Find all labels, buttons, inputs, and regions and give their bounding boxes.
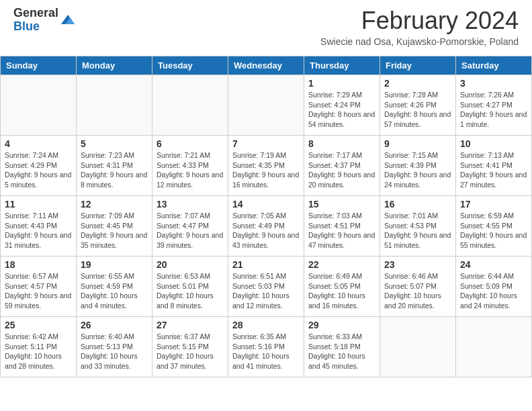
day-number: 26: [81, 320, 148, 330]
day-info: Sunrise: 6:35 AM Sunset: 5:16 PM Dayligh…: [232, 332, 300, 371]
day-number: 21: [232, 259, 300, 270]
day-number: 9: [384, 138, 451, 149]
day-info: Sunrise: 6:37 AM Sunset: 5:15 PM Dayligh…: [157, 332, 224, 371]
day-number: 18: [5, 259, 72, 270]
col-header-friday: Friday: [380, 56, 456, 75]
day-info: Sunrise: 7:15 AM Sunset: 4:39 PM Dayligh…: [384, 150, 451, 190]
day-number: 7: [232, 138, 300, 149]
empty-cell: [456, 317, 532, 377]
day-info: Sunrise: 7:28 AM Sunset: 4:26 PM Dayligh…: [384, 90, 451, 130]
empty-cell: [380, 317, 456, 377]
day-number: 28: [232, 320, 300, 330]
day-info: Sunrise: 7:17 AM Sunset: 4:37 PM Dayligh…: [308, 150, 375, 190]
day-info: Sunrise: 7:21 AM Sunset: 4:33 PM Dayligh…: [157, 150, 224, 190]
day-info: Sunrise: 7:23 AM Sunset: 4:31 PM Dayligh…: [81, 150, 148, 190]
day-info: Sunrise: 6:53 AM Sunset: 5:01 PM Dayligh…: [157, 271, 224, 311]
day-number: 16: [384, 199, 451, 210]
main-title: February 2024: [320, 7, 519, 35]
day-number: 24: [460, 259, 527, 270]
day-info: Sunrise: 7:01 AM Sunset: 4:53 PM Dayligh…: [384, 211, 451, 250]
day-info: Sunrise: 6:40 AM Sunset: 5:13 PM Dayligh…: [81, 332, 148, 371]
day-info: Sunrise: 7:29 AM Sunset: 4:24 PM Dayligh…: [308, 90, 375, 130]
day-cell-5: 5Sunrise: 7:23 AM Sunset: 4:31 PM Daylig…: [77, 136, 152, 196]
day-cell-4: 4Sunrise: 7:24 AM Sunset: 4:29 PM Daylig…: [1, 136, 77, 196]
day-cell-23: 23Sunrise: 6:46 AM Sunset: 5:07 PM Dayli…: [380, 257, 456, 317]
day-cell-9: 9Sunrise: 7:15 AM Sunset: 4:39 PM Daylig…: [380, 136, 456, 196]
empty-cell: [1, 75, 77, 136]
day-number: 12: [81, 199, 148, 210]
day-number: 22: [308, 259, 375, 270]
day-cell-17: 17Sunrise: 6:59 AM Sunset: 4:55 PM Dayli…: [456, 196, 532, 257]
day-cell-20: 20Sunrise: 6:53 AM Sunset: 5:01 PM Dayli…: [152, 257, 228, 317]
day-number: 25: [5, 320, 72, 330]
day-cell-29: 29Sunrise: 6:33 AM Sunset: 5:18 PM Dayli…: [304, 317, 380, 377]
day-number: 2: [384, 78, 451, 89]
day-cell-28: 28Sunrise: 6:35 AM Sunset: 5:16 PM Dayli…: [228, 317, 304, 377]
col-header-tuesday: Tuesday: [152, 56, 228, 75]
day-info: Sunrise: 7:26 AM Sunset: 4:27 PM Dayligh…: [460, 90, 527, 130]
day-number: 11: [5, 199, 72, 210]
logo-icon: [60, 12, 76, 28]
week-row-4: 18Sunrise: 6:57 AM Sunset: 4:57 PM Dayli…: [1, 257, 532, 317]
logo-blue: Blue: [13, 20, 58, 34]
day-cell-14: 14Sunrise: 7:05 AM Sunset: 4:49 PM Dayli…: [228, 196, 304, 257]
day-info: Sunrise: 6:44 AM Sunset: 5:09 PM Dayligh…: [460, 271, 527, 311]
day-cell-27: 27Sunrise: 6:37 AM Sunset: 5:15 PM Dayli…: [152, 317, 228, 377]
day-info: Sunrise: 6:55 AM Sunset: 4:59 PM Dayligh…: [81, 271, 148, 311]
col-header-monday: Monday: [77, 56, 152, 75]
day-number: 15: [308, 199, 375, 210]
day-info: Sunrise: 7:05 AM Sunset: 4:49 PM Dayligh…: [232, 211, 300, 250]
day-number: 5: [81, 138, 148, 149]
day-cell-7: 7Sunrise: 7:19 AM Sunset: 4:35 PM Daylig…: [228, 136, 304, 196]
week-row-1: 1Sunrise: 7:29 AM Sunset: 4:24 PM Daylig…: [1, 75, 532, 136]
col-header-wednesday: Wednesday: [228, 56, 304, 75]
day-cell-12: 12Sunrise: 7:09 AM Sunset: 4:45 PM Dayli…: [77, 196, 152, 257]
day-number: 17: [460, 199, 527, 210]
day-info: Sunrise: 7:24 AM Sunset: 4:29 PM Dayligh…: [5, 150, 72, 190]
week-row-2: 4Sunrise: 7:24 AM Sunset: 4:29 PM Daylig…: [1, 136, 532, 196]
title-block: February 2024 Swiecie nad Osa, Kujawsko-…: [320, 7, 519, 47]
col-header-saturday: Saturday: [456, 56, 532, 75]
header-row: SundayMondayTuesdayWednesdayThursdayFrid…: [1, 56, 532, 75]
day-number: 20: [157, 259, 224, 270]
day-number: 4: [5, 138, 72, 149]
day-cell-18: 18Sunrise: 6:57 AM Sunset: 4:57 PM Dayli…: [1, 257, 77, 317]
day-info: Sunrise: 7:09 AM Sunset: 4:45 PM Dayligh…: [81, 211, 148, 250]
day-cell-22: 22Sunrise: 6:49 AM Sunset: 5:05 PM Dayli…: [304, 257, 380, 317]
day-info: Sunrise: 6:49 AM Sunset: 5:05 PM Dayligh…: [308, 271, 375, 311]
week-row-5: 25Sunrise: 6:42 AM Sunset: 5:11 PM Dayli…: [1, 317, 532, 377]
day-info: Sunrise: 7:03 AM Sunset: 4:51 PM Dayligh…: [308, 211, 375, 250]
col-header-thursday: Thursday: [304, 56, 380, 75]
day-number: 27: [157, 320, 224, 330]
day-cell-19: 19Sunrise: 6:55 AM Sunset: 4:59 PM Dayli…: [77, 257, 152, 317]
day-number: 3: [460, 78, 527, 89]
day-info: Sunrise: 6:51 AM Sunset: 5:03 PM Dayligh…: [232, 271, 300, 311]
day-cell-2: 2Sunrise: 7:28 AM Sunset: 4:26 PM Daylig…: [380, 75, 456, 136]
empty-cell: [77, 75, 152, 136]
subtitle: Swiecie nad Osa, Kujawsko-Pomorskie, Pol…: [320, 36, 519, 47]
day-cell-16: 16Sunrise: 7:01 AM Sunset: 4:53 PM Dayli…: [380, 196, 456, 257]
day-cell-26: 26Sunrise: 6:40 AM Sunset: 5:13 PM Dayli…: [77, 317, 152, 377]
day-cell-25: 25Sunrise: 6:42 AM Sunset: 5:11 PM Dayli…: [1, 317, 77, 377]
day-info: Sunrise: 7:19 AM Sunset: 4:35 PM Dayligh…: [232, 150, 300, 190]
day-cell-11: 11Sunrise: 7:11 AM Sunset: 4:43 PM Dayli…: [1, 196, 77, 257]
calendar-table: SundayMondayTuesdayWednesdayThursdayFrid…: [0, 56, 532, 377]
day-number: 23: [384, 259, 451, 270]
week-row-3: 11Sunrise: 7:11 AM Sunset: 4:43 PM Dayli…: [1, 196, 532, 257]
logo-general: General: [13, 7, 58, 20]
day-cell-3: 3Sunrise: 7:26 AM Sunset: 4:27 PM Daylig…: [456, 75, 532, 136]
day-info: Sunrise: 6:46 AM Sunset: 5:07 PM Dayligh…: [384, 271, 451, 311]
day-cell-24: 24Sunrise: 6:44 AM Sunset: 5:09 PM Dayli…: [456, 257, 532, 317]
day-info: Sunrise: 6:42 AM Sunset: 5:11 PM Dayligh…: [5, 332, 72, 371]
day-number: 13: [157, 199, 224, 210]
day-number: 14: [232, 199, 300, 210]
day-number: 19: [81, 259, 148, 270]
day-number: 6: [157, 138, 224, 149]
page-header: General Blue February 2024 Swiecie nad O…: [0, 0, 532, 50]
col-header-sunday: Sunday: [1, 56, 77, 75]
day-info: Sunrise: 6:33 AM Sunset: 5:18 PM Dayligh…: [308, 332, 375, 371]
day-cell-15: 15Sunrise: 7:03 AM Sunset: 4:51 PM Dayli…: [304, 196, 380, 257]
empty-cell: [152, 75, 228, 136]
day-info: Sunrise: 7:13 AM Sunset: 4:41 PM Dayligh…: [460, 150, 527, 190]
day-info: Sunrise: 6:59 AM Sunset: 4:55 PM Dayligh…: [460, 211, 527, 250]
